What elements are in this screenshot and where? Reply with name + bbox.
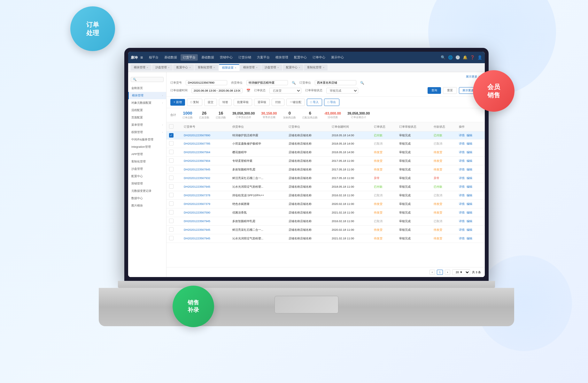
th-create-time[interactable]: 订单创建时间 <box>329 122 371 131</box>
filter-select-review[interactable]: 审核完成 <box>326 88 358 94</box>
filter-input-time[interactable] <box>191 88 243 93</box>
action-edit[interactable]: 编辑 <box>467 142 472 146</box>
nav-item-config[interactable]: 配置中心 <box>292 54 309 61</box>
row-checkbox[interactable] <box>166 191 181 200</box>
nav-item-dist[interactable]: 订货分销 <box>236 54 253 61</box>
action-detail[interactable]: 详情 <box>459 219 465 223</box>
th-checkbox[interactable] <box>166 122 181 131</box>
action-edit[interactable]: 编辑 <box>467 159 472 163</box>
pay-button[interactable]: 付款 <box>272 99 284 106</box>
row-checkbox[interactable] <box>166 174 181 183</box>
action-detail[interactable]: 详情 <box>459 142 465 146</box>
tab-config-2[interactable]: 配置中心× <box>283 64 304 71</box>
action-edit[interactable]: 编辑 <box>467 193 472 198</box>
row-order-id[interactable]: DH20201223567904 <box>181 157 230 165</box>
filter-input-orderid[interactable] <box>186 80 227 85</box>
action-edit[interactable]: 编辑 <box>467 202 472 206</box>
action-detail[interactable]: 详情 <box>459 133 465 138</box>
sidebar-item-data-center[interactable]: 数据中心 <box>128 195 166 202</box>
nav-item-order[interactable]: 订货平台 <box>181 54 198 61</box>
next-page-button[interactable]: › <box>445 270 450 275</box>
row-order-id[interactable]: DH20201223567945 <box>181 226 230 234</box>
hamburger-icon[interactable]: ≡ <box>140 55 143 60</box>
row-order-id[interactable]: DH20201223567564 <box>181 148 230 157</box>
row-order-id[interactable]: DH20201223567945 <box>181 217 230 226</box>
action-edit[interactable]: 编辑 <box>467 150 472 154</box>
nav-item-data[interactable]: 基础数据 <box>199 54 216 61</box>
row-checkbox[interactable] <box>166 139 181 148</box>
current-page[interactable]: 1 <box>437 270 443 275</box>
submit-button[interactable]: 提交 <box>204 99 217 106</box>
action-edit[interactable]: 编辑 <box>467 219 472 223</box>
nav-item-marketing[interactable]: 营销中心 <box>218 54 235 61</box>
action-detail[interactable]: 详情 <box>459 185 465 189</box>
tab-permissions[interactable]: 权限设置× <box>219 64 240 71</box>
action-detail[interactable]: 详情 <box>459 237 465 241</box>
action-edit[interactable]: 编辑 <box>467 228 472 232</box>
row-checkbox[interactable] <box>166 183 181 191</box>
action-edit[interactable]: 编辑 <box>467 133 472 138</box>
question-icon[interactable]: ❓ <box>470 55 475 60</box>
row-order-id[interactable]: DH20201223567932 <box>181 174 230 183</box>
action-edit[interactable]: 编辑 <box>467 168 472 172</box>
sidebar-item-image[interactable]: 图片模块 <box>128 202 166 209</box>
sidebar-item-change-log[interactable]: 元数据变更记录 <box>128 187 166 195</box>
sidebar-item-sandbox[interactable]: 沙盘管理 <box>128 165 166 173</box>
row-order-id[interactable]: DH20201223567379 <box>181 200 230 208</box>
action-edit[interactable]: 编辑 <box>467 176 472 180</box>
reset-button[interactable]: 重置 <box>443 87 457 94</box>
nav-item-plan[interactable]: 方案平台 <box>255 54 272 61</box>
sidebar-item-flow[interactable]: 流程配置 <box>128 107 166 114</box>
th-review-status[interactable]: 订单审核状态 <box>397 122 431 131</box>
sidebar-item-metadata[interactable]: 对象元数据配置 › <box>128 99 166 107</box>
th-order-status[interactable]: 订单状态 <box>371 122 397 131</box>
sidebar-item-app[interactable]: APP管理 <box>128 151 166 158</box>
action-detail[interactable]: 详情 <box>459 211 465 215</box>
export-button[interactable]: □ 导出 <box>324 99 339 106</box>
sidebar-item-module[interactable]: 模块管理 › <box>128 92 166 99</box>
th-supplier[interactable]: 供货单位 <box>230 122 286 131</box>
filter-input-retailer[interactable] <box>315 80 356 85</box>
nav-item-showcase[interactable]: 展示中心 <box>329 54 346 61</box>
action-detail[interactable]: 详情 <box>459 228 465 232</box>
page-size-select[interactable]: 20 ▼ <box>452 269 470 275</box>
tab-custom-2[interactable]: 客制化管理× <box>304 64 328 71</box>
nav-item-ordercenter[interactable]: 订单中心 <box>310 54 328 61</box>
action-detail[interactable]: 详情 <box>459 193 465 198</box>
filter-select-status[interactable]: 已发货 <box>269 88 301 94</box>
row-order-id[interactable]: DH20201223567785 <box>181 139 230 148</box>
row-order-id[interactable]: DH20201223567890 <box>181 131 230 139</box>
bell-icon[interactable]: 🔔 <box>463 55 468 60</box>
row-order-id[interactable]: DH20201223567590 <box>181 208 230 217</box>
sidebar-item-marketing[interactable]: 营销管理 <box>128 180 166 187</box>
row-checkbox[interactable] <box>166 157 181 165</box>
sidebar-search-input[interactable] <box>131 77 164 82</box>
avatar[interactable]: 👤 <box>477 55 482 60</box>
transfer-button[interactable]: 转签 <box>219 99 232 106</box>
sidebar-item-home[interactable]: 金刚首页 <box>128 85 166 92</box>
th-order-id[interactable]: 订货单号 <box>181 122 230 131</box>
copy-button[interactable]: □ 复制 <box>187 99 202 106</box>
row-checkbox[interactable] <box>166 226 181 234</box>
search-button[interactable]: 查询 <box>428 87 441 94</box>
action-detail[interactable]: 详情 <box>459 176 465 180</box>
sidebar-item-customization[interactable]: 客制化管理 <box>128 158 166 165</box>
row-checkbox[interactable]: ✓ <box>166 131 181 139</box>
nav-item-base[interactable]: 基础数据 <box>162 54 179 61</box>
row-order-id[interactable]: DH20201223567845 <box>181 165 230 174</box>
action-edit[interactable]: 编辑 <box>467 237 472 241</box>
sidebar-item-page[interactable]: 页面配置 <box>128 114 166 121</box>
action-detail[interactable]: 详情 <box>459 150 465 154</box>
action-detail[interactable]: 详情 <box>459 159 465 163</box>
tab-config-center[interactable]: 配置中心× <box>173 64 194 71</box>
action-detail[interactable]: 详情 <box>459 168 465 172</box>
tab-custom-mgmt[interactable]: 客制化管理× <box>195 64 218 71</box>
th-pay-status[interactable]: 付款状态 <box>431 122 457 131</box>
row-checkbox[interactable] <box>166 200 181 208</box>
row-checkbox[interactable] <box>166 165 181 174</box>
filter-input-supplier[interactable] <box>246 80 288 85</box>
sidebar-item-integration[interactable]: Integration管理 <box>128 143 166 151</box>
action-edit[interactable]: 编辑 <box>467 185 472 189</box>
sidebar-item-menu[interactable]: 菜单管理 › <box>128 121 166 129</box>
prev-page-button[interactable]: ‹ <box>429 270 435 275</box>
